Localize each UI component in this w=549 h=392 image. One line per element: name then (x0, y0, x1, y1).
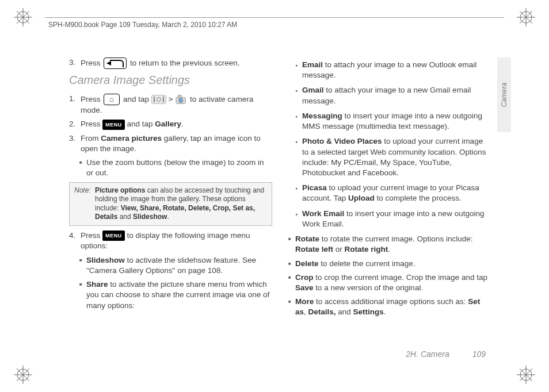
note-label: Note: (74, 186, 95, 222)
bullet-crop: ■ Crop to crop the current image. Crop t… (288, 272, 491, 293)
page-content: 3. Press to return to the previous scree… (69, 57, 491, 340)
bullet-gmail: ● Gmail to attach your image to a new Gm… (295, 85, 491, 106)
bullet-marker: ■ (79, 255, 86, 276)
camera-icon (175, 94, 188, 105)
bullet-marker: ■ (288, 272, 295, 293)
step-2: 2. Press MENU and tap Gallery. (69, 119, 272, 130)
step-number: 2. (69, 119, 81, 130)
bullet-marker: ■ (288, 259, 295, 269)
step-4: 4. Press MENU to display the following i… (69, 230, 272, 252)
step-body: Press ⌂ and tap > to activate camera mod… (81, 94, 272, 116)
step-number: 1. (69, 94, 81, 116)
bullet-rotate: ■ Rotate to rotate the current image. Op… (288, 234, 491, 255)
bullet-marker: ● (295, 183, 302, 203)
bullet-body: Delete to delete the current image. (295, 259, 491, 269)
footer-page-number: 109 (472, 349, 486, 359)
bullet-marker: ■ (79, 279, 86, 311)
home-key-icon: ⌂ (104, 94, 120, 105)
note-box: Note: Picture options can also be access… (69, 182, 272, 226)
bullet-work-email: ● Work Email to insert your image into a… (295, 209, 491, 229)
bullet-marker: ■ (288, 297, 295, 317)
bullet-body: Rotate to rotate the current image. Opti… (295, 234, 491, 255)
step-body: Press to return to the previous screen. (81, 57, 272, 69)
bullet-body: Email to attach your image to a new Outl… (302, 60, 491, 80)
bullet-body: Messaging to insert your image into a ne… (302, 111, 491, 132)
bullet-body: Share to activate the picture share menu… (86, 279, 272, 311)
side-tab: Camera (497, 57, 511, 132)
page-footer: 2H. Camera 109 (406, 349, 486, 359)
bullet-slideshow: ■ Slideshow to activate the slidehsow fe… (79, 255, 272, 276)
crop-mark-icon (517, 366, 535, 384)
header-divider (45, 17, 504, 18)
bullet-body: Photo & Video Places to upload your curr… (302, 136, 491, 178)
step-1: 1. Press ⌂ and tap > to activate camera … (69, 94, 272, 116)
step-body: From Camera pictures gallery, tap an ima… (81, 133, 272, 154)
bullet-marker: ■ (288, 234, 295, 255)
camera-pictures-label: Camera pictures (101, 134, 162, 143)
step-return: 3. Press to return to the previous scree… (69, 57, 272, 69)
bullet-body: Picasa to upload your current image to y… (302, 183, 491, 203)
bullet-email: ● Email to attach your image to a new Ou… (295, 60, 491, 80)
step-body: Press MENU and tap Gallery. (81, 119, 272, 130)
status-strip-icon (151, 95, 166, 104)
bullet-body: Slideshow to activate the slidehsow feat… (86, 255, 272, 276)
bullet-messaging: ● Messaging to insert your image into a … (295, 111, 491, 132)
right-column: ● Email to attach your image to a new Ou… (288, 57, 491, 340)
step-3: 3. From Camera pictures gallery, tap an … (69, 133, 272, 154)
section-heading: Camera Image Settings (69, 72, 272, 88)
svg-rect-22 (178, 95, 181, 98)
note-body: Picture options can also be accessed by … (95, 186, 267, 222)
bullet-marker: ● (295, 111, 302, 132)
step-number: 4. (69, 230, 81, 252)
bullet-picasa: ● Picasa to upload your current image to… (295, 183, 491, 203)
bullet-marker: ● (295, 136, 302, 178)
crop-mark-icon (517, 8, 535, 26)
step-number: 3. (69, 133, 81, 154)
left-column: 3. Press to return to the previous scree… (69, 57, 272, 340)
bullet-more: ■ More to access additional image option… (288, 297, 491, 317)
bullet-share: ■ Share to activate the picture share me… (79, 279, 272, 311)
menu-key-icon: MENU (102, 230, 125, 241)
bullet-delete: ■ Delete to delete the current image. (288, 259, 491, 269)
menu-key-icon: MENU (102, 120, 125, 130)
step-body: Press MENU to display the following imag… (81, 230, 272, 252)
bullet-body: More to access additional image options … (295, 297, 491, 317)
bullet-marker: ● (295, 85, 302, 106)
side-tab-label: Camera (500, 83, 508, 107)
bullet-marker: ● (295, 209, 302, 229)
bullet-body: Gmail to attach your image to a new Gmai… (302, 85, 491, 106)
bullet-body: Use the zoom buttons (below the image) t… (86, 157, 272, 178)
step-number: 3. (69, 57, 81, 69)
bullet-photo-video: ● Photo & Video Places to upload your cu… (295, 136, 491, 178)
bullet-marker: ● (295, 60, 302, 80)
gallery-label: Gallery (155, 120, 181, 128)
crop-mark-icon (14, 8, 32, 26)
bullet-body: Crop to crop the current image. Crop the… (295, 272, 491, 293)
crop-mark-icon (14, 366, 32, 384)
svg-point-21 (179, 98, 183, 102)
footer-section: 2H. Camera (406, 349, 449, 359)
header-doc-info: SPH-M900.book Page 109 Tuesday, March 2,… (48, 21, 237, 29)
bullet-marker: ■ (79, 157, 86, 178)
back-key-icon (104, 57, 127, 69)
bullet-body: Work Email to insert your image into a n… (302, 209, 491, 229)
sub-bullet-zoom: ■ Use the zoom buttons (below the image)… (79, 157, 272, 178)
